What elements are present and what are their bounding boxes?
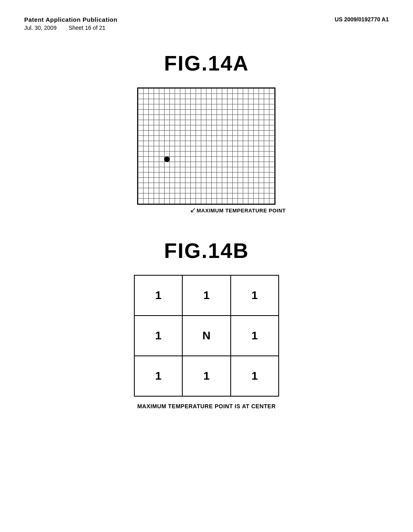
- grid-cell: [154, 99, 159, 104]
- grid-cell: [196, 110, 201, 115]
- grid-cell: [222, 120, 227, 125]
- grid-cell: [248, 146, 254, 152]
- grid-cell: [180, 167, 186, 172]
- grid-cell: [206, 131, 212, 136]
- grid-cell: [227, 94, 233, 99]
- grid-cell: [165, 125, 170, 131]
- grid-cell: [238, 99, 243, 104]
- grid-3x3-cell: 1: [134, 316, 182, 356]
- grid-cell: [222, 141, 227, 146]
- grid-cell: [233, 162, 238, 167]
- grid-cell: [180, 104, 186, 110]
- grid-cell: [264, 120, 269, 125]
- grid-cell: [264, 183, 269, 188]
- grid-cell: [254, 183, 259, 188]
- grid-cell: [238, 183, 243, 188]
- grid-cell: [154, 120, 159, 125]
- grid-cell: [212, 104, 217, 110]
- grid-cell: [254, 146, 259, 152]
- grid-cell: [243, 104, 248, 110]
- grid-cell: [201, 157, 206, 162]
- grid-cell: [238, 199, 243, 204]
- grid-cell: [186, 110, 191, 115]
- grid-cell: [165, 131, 170, 136]
- grid-cell: [180, 136, 186, 141]
- grid-cell: [206, 157, 212, 162]
- grid-cell: [154, 104, 159, 110]
- grid-cell: [149, 89, 154, 94]
- grid-cell: [264, 104, 269, 110]
- grid-cell: [206, 94, 212, 99]
- grid-cell: [264, 172, 269, 178]
- grid-cell: [175, 141, 180, 146]
- grid-cell: [259, 120, 264, 125]
- fig14b-grid: 1111N1111: [134, 275, 279, 397]
- grid-cell: [212, 146, 217, 152]
- grid-cell: [186, 99, 191, 104]
- grid-cell: [264, 178, 269, 183]
- grid-cell: [206, 178, 212, 183]
- grid-cell: [149, 131, 154, 136]
- grid-cell: [201, 167, 206, 172]
- grid-cell: [248, 162, 254, 167]
- grid-cell: [264, 152, 269, 157]
- grid-cell: [238, 104, 243, 110]
- grid-cell: [217, 152, 222, 157]
- grid-cell: [201, 104, 206, 110]
- grid-cell: [201, 146, 206, 152]
- grid-cell: [159, 152, 165, 157]
- grid-cell: [149, 178, 154, 183]
- grid-cell: [149, 172, 154, 178]
- grid-cell: [248, 178, 254, 183]
- grid-cell: [138, 188, 144, 193]
- grid-cell: [186, 131, 191, 136]
- grid-cell: [138, 131, 144, 136]
- grid-cell: [165, 188, 170, 193]
- grid-cell: [170, 104, 175, 110]
- grid-cell: [243, 183, 248, 188]
- grid-cell: [227, 115, 233, 120]
- grid-cell: [180, 141, 186, 146]
- grid-cell: [227, 136, 233, 141]
- grid-cell: [206, 183, 212, 188]
- grid-cell: [186, 183, 191, 188]
- grid-cell: [144, 89, 149, 94]
- grid-cell: [180, 131, 186, 136]
- grid-cell: [227, 131, 233, 136]
- grid-cell: [264, 131, 269, 136]
- grid-cell: [186, 136, 191, 141]
- grid-cell: [159, 94, 165, 99]
- grid-cell: [233, 193, 238, 199]
- grid-cell: [175, 125, 180, 131]
- grid-cell: [180, 178, 186, 183]
- grid-cell: [154, 162, 159, 167]
- grid-cell: [170, 199, 175, 204]
- grid-cell: [180, 99, 186, 104]
- grid-cell: [149, 157, 154, 162]
- grid-cell: [186, 104, 191, 110]
- grid-cell: [238, 94, 243, 99]
- grid-cell: [238, 172, 243, 178]
- grid-cell: [196, 199, 201, 204]
- grid-cell: [233, 167, 238, 172]
- grid-cell: [217, 183, 222, 188]
- grid-cell: [138, 115, 144, 120]
- grid-cell: [180, 120, 186, 125]
- grid-cell: [248, 115, 254, 120]
- grid-cell: [254, 99, 259, 104]
- grid-cell: [222, 162, 227, 167]
- grid-cell: [170, 141, 175, 146]
- grid-cell: [269, 115, 275, 120]
- grid-cell: [165, 141, 170, 146]
- grid-cell: [254, 94, 259, 99]
- grid-cell: [154, 89, 159, 94]
- grid-cell: [212, 178, 217, 183]
- patent-publication-label: Patent Application Publication: [24, 16, 117, 23]
- grid-cell: [144, 94, 149, 99]
- grid-cell: [191, 172, 196, 178]
- grid-cell: [212, 125, 217, 131]
- grid-cell: [165, 167, 170, 172]
- grid-cell: [191, 183, 196, 188]
- grid-cell: [238, 136, 243, 141]
- grid-cell: [175, 131, 180, 136]
